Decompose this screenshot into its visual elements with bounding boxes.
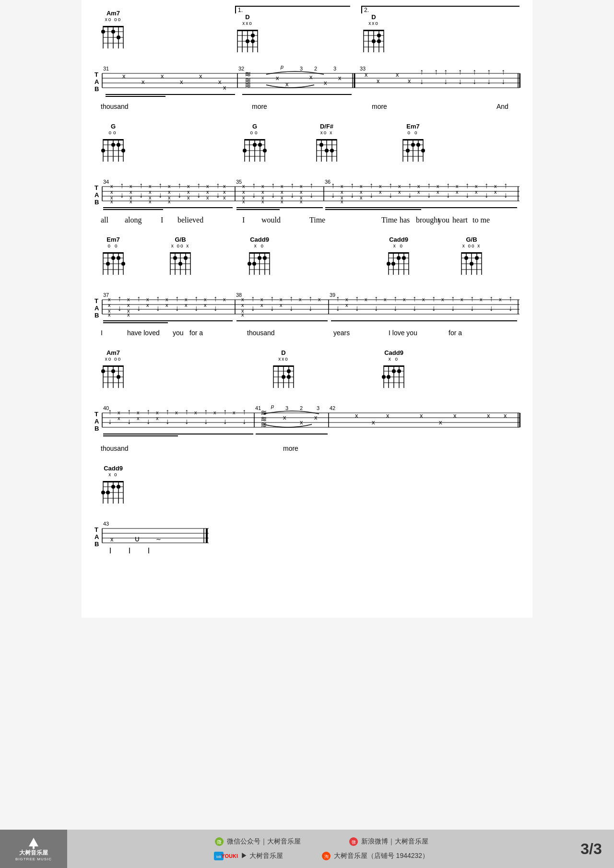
svg-text:↓: ↓ [458, 77, 462, 85]
svg-point-471 [397, 369, 401, 373]
svg-point-444 [101, 369, 105, 373]
tab-svg-2: T A B 34 x x x x ↑ ↓ x x x x ↑ ↓ x x x x [94, 173, 520, 214]
footer-taobao: 淘 大树音乐屋（店铺号 1944232） [321, 851, 429, 861]
svg-point-146 [416, 143, 420, 147]
svg-text:↓: ↓ [355, 304, 359, 312]
svg-text:x: x [165, 296, 168, 302]
svg-text:T: T [94, 184, 98, 191]
svg-text:x: x [108, 302, 111, 308]
svg-text:x: x [130, 189, 132, 195]
svg-text:YOUKU: YOUKU [221, 853, 238, 859]
svg-text:↓: ↓ [175, 304, 179, 312]
svg-text:↓: ↓ [427, 191, 431, 199]
svg-text:↓: ↓ [194, 304, 198, 312]
chord-diagram-am7 [101, 22, 126, 48]
svg-text:x: x [398, 189, 401, 195]
svg-text:x: x [499, 296, 502, 302]
svg-text:↓: ↓ [446, 191, 450, 199]
svg-text:↓: ↓ [127, 417, 131, 425]
svg-text:↑: ↑ [127, 408, 131, 416]
svg-point-446 [117, 375, 120, 379]
svg-text:x: x [309, 73, 313, 81]
svg-text:↑: ↑ [120, 181, 124, 189]
svg-text:↓: ↓ [118, 304, 121, 312]
svg-point-12 [117, 35, 120, 39]
svg-text:∪: ∪ [134, 535, 140, 543]
svg-point-107 [121, 149, 125, 152]
svg-text:↑: ↑ [487, 68, 491, 76]
svg-text:x: x [175, 410, 178, 415]
svg-text:↓: ↓ [309, 191, 313, 199]
svg-text:x: x [233, 410, 236, 415]
footer: 大树音乐屋 BIGTREE MUSIC 微 微信公众号｜大树音乐屋 微 新浪微博… [0, 830, 614, 868]
svg-text:↑: ↑ [369, 181, 373, 189]
svg-text:↑: ↑ [165, 408, 169, 416]
svg-text:↑: ↑ [177, 181, 181, 189]
svg-text:x: x [127, 312, 130, 317]
svg-text:x: x [480, 296, 483, 302]
svg-text:x: x [398, 183, 401, 189]
svg-text:↑: ↑ [444, 68, 448, 76]
svg-text:↓: ↓ [197, 191, 201, 199]
svg-point-11 [111, 30, 115, 34]
svg-text:x: x [403, 296, 406, 302]
svg-text:↓: ↓ [139, 191, 143, 199]
svg-text:39: 39 [330, 292, 335, 298]
svg-text:↑: ↑ [223, 408, 227, 416]
chord-em7-2: Em7 o o [101, 236, 126, 277]
svg-text:x: x [168, 189, 171, 195]
svg-text:↑: ↑ [108, 408, 112, 416]
svg-text:↑: ↑ [139, 181, 143, 189]
svg-text:↓: ↓ [484, 191, 488, 199]
chord-em7-1: Em7 o o [401, 123, 425, 164]
svg-text:x: x [161, 72, 164, 80]
svg-text:x: x [300, 199, 303, 204]
svg-text:↑: ↑ [137, 294, 141, 303]
svg-text:35: 35 [236, 179, 242, 185]
chord-dfsharp: D/F# xo x [314, 123, 339, 164]
svg-text:x: x [417, 183, 420, 189]
svg-text:↑: ↑ [252, 181, 256, 189]
svg-text:↑: ↑ [146, 408, 150, 416]
svg-text:x: x [108, 296, 111, 302]
svg-text:x: x [204, 302, 207, 308]
svg-text:↑: ↑ [451, 294, 455, 303]
tab-svg-5: T A B 43 x ∪ ∼ [94, 515, 520, 558]
svg-text:x: x [137, 415, 140, 421]
footer-logo: 大树音乐屋 BIGTREE MUSIC [0, 830, 67, 868]
svg-point-106 [117, 143, 120, 147]
svg-text:↓: ↓ [165, 417, 169, 425]
svg-text:x: x [146, 296, 149, 302]
tab-svg-3: T A B 37 x x x x ↑ ↓ x x x x ↑ ↓ x x ↑ ↓ [94, 286, 520, 327]
svg-text:↑: ↑ [197, 181, 201, 189]
svg-text:A: A [94, 418, 99, 425]
tab-svg-1: T A B 31 32 33 [94, 60, 520, 101]
svg-text:淘: 淘 [324, 854, 328, 859]
svg-text:↑: ↑ [350, 181, 354, 189]
svg-text:↓: ↓ [290, 191, 294, 199]
svg-point-118 [243, 149, 247, 152]
svg-text:42: 42 [330, 405, 335, 411]
svg-text:x: x [300, 419, 303, 426]
svg-text:↑: ↑ [204, 408, 208, 416]
svg-point-473 [387, 375, 390, 379]
svg-text:x: x [276, 74, 279, 82]
svg-point-38 [377, 39, 381, 43]
svg-text:43: 43 [103, 521, 109, 527]
svg-text:p: p [271, 403, 274, 409]
svg-text:↓: ↓ [204, 417, 208, 425]
svg-point-105 [111, 143, 115, 147]
svg-text:T: T [94, 71, 98, 78]
svg-text:↑: ↑ [242, 408, 246, 416]
svg-text:31: 31 [103, 66, 109, 71]
svg-point-336 [464, 256, 468, 260]
svg-text:↑: ↑ [271, 181, 275, 189]
footer-youku: bili YOUKU ▶ 大树音乐屋 [214, 852, 283, 860]
svg-text:32: 32 [238, 66, 244, 71]
svg-point-145 [411, 143, 415, 147]
svg-text:x: x [372, 419, 375, 426]
svg-text:↑: ↑ [308, 294, 312, 303]
svg-point-458 [282, 375, 285, 379]
svg-text:3: 3 [333, 66, 336, 71]
svg-point-549 [106, 491, 110, 494]
